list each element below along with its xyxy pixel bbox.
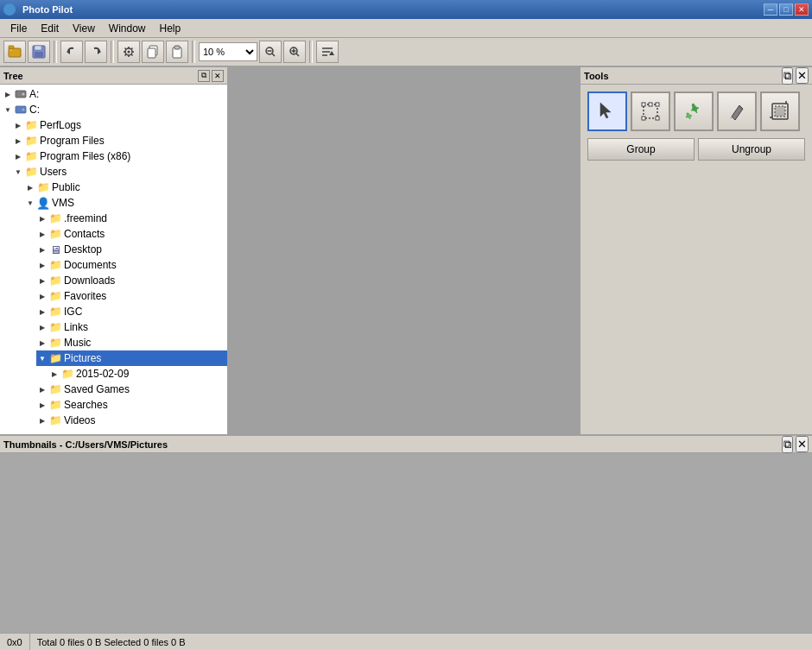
zoom-select[interactable]: 10 % 25 % 50 % 100 %	[199, 42, 257, 61]
tree-item-2015-02-09[interactable]: 📁 2015-02-09	[48, 366, 227, 382]
menu-file[interactable]: File	[3, 21, 34, 36]
folder-icon-contacts: 📁	[48, 227, 62, 241]
close-button[interactable]: ✕	[795, 3, 809, 16]
menu-edit[interactable]: Edit	[34, 21, 66, 36]
svg-rect-32	[656, 103, 659, 106]
thumbnails-panel-header: Thumbnails - C:/Users/VMS/Pictures ⧉ ✕	[0, 436, 812, 453]
tree-arrow-videos	[36, 413, 48, 428]
toolbar-paste-button[interactable]	[166, 41, 188, 63]
tool-crop-button[interactable]	[760, 92, 800, 131]
tool-draw-button[interactable]	[717, 92, 757, 131]
tools-row-1	[587, 92, 805, 131]
tree-label-programfiles: Program Files	[40, 135, 105, 147]
folder-icon-vms: 👤	[36, 196, 50, 210]
folder-icon-freemind: 📁	[48, 211, 62, 225]
tree-item-favorites[interactable]: 📁 Favorites	[36, 288, 227, 304]
toolbar-undo-button[interactable]	[60, 41, 83, 63]
folder-icon-desktop: 🖥	[48, 243, 62, 256]
toolbar-copy-button[interactable]	[142, 41, 164, 63]
tree-item-a-drive[interactable]: A:	[0, 86, 227, 102]
tree-panel-restore-button[interactable]: ⧉	[198, 70, 210, 82]
tools-body: Group Ungroup	[580, 85, 812, 434]
toolbar-open-button[interactable]	[3, 41, 26, 63]
tree-label-music: Music	[64, 337, 91, 349]
tools-panel-restore-button[interactable]: ⧉	[782, 67, 793, 85]
tree-item-users[interactable]: 📁 Users	[12, 164, 227, 180]
menu-window[interactable]: Window	[102, 21, 153, 36]
toolbar-separator-1	[54, 41, 57, 63]
sort-button[interactable]	[316, 41, 339, 63]
folder-icon-programfiles-x86: 📁	[24, 149, 38, 163]
tree-item-searches[interactable]: 📁 Searches	[36, 397, 227, 413]
thumbnails-close-button[interactable]: ✕	[796, 436, 809, 452]
svg-point-9	[128, 51, 130, 54]
thumbnails-panel-title: Thumbnails - C:/Users/VMS/Pictures	[3, 439, 168, 450]
folder-icon-public: 📁	[36, 180, 50, 194]
folder-icon-downloads: 📁	[48, 274, 62, 287]
tree-item-perflogs[interactable]: 📁 PerfLogs	[12, 117, 227, 133]
zoom-in-button[interactable]	[283, 41, 306, 63]
tree-arrow-downloads	[36, 273, 48, 288]
tree-item-c-drive[interactable]: C:	[0, 102, 227, 117]
tool-select-button[interactable]	[587, 92, 627, 131]
tree-item-music[interactable]: 📁 Music	[36, 335, 227, 350]
menu-view[interactable]: View	[66, 21, 102, 36]
zoom-out-button[interactable]	[259, 41, 282, 63]
toolbar-redo-button[interactable]	[85, 41, 107, 63]
tree-item-freemind[interactable]: 📁 .freemind	[36, 211, 227, 226]
tools-panel-close-button[interactable]: ✕	[796, 67, 809, 84]
tree-item-contacts[interactable]: 📁 Contacts	[36, 226, 227, 242]
toolbar-separator-4	[309, 41, 313, 63]
tree-item-saved-games[interactable]: 📁 Saved Games	[36, 382, 227, 397]
tree-item-videos[interactable]: 📁 Videos	[36, 413, 227, 428]
window-controls: ─ □ ✕	[764, 3, 809, 16]
tree-label-searches: Searches	[64, 399, 108, 411]
status-info: Total 0 files 0 B Selected 0 files 0 B	[30, 634, 193, 650]
tree-item-documents[interactable]: 📁 Documents	[36, 257, 227, 273]
menu-help[interactable]: Help	[153, 21, 188, 36]
tree-item-links[interactable]: 📁 Links	[36, 319, 227, 335]
app-icon	[3, 3, 16, 16]
tree-arrow-vms	[24, 195, 36, 211]
toolbar-settings-button[interactable]	[117, 41, 140, 63]
svg-rect-4	[35, 46, 41, 50]
svg-rect-5	[35, 52, 43, 57]
tools-panel-controls: ⧉ ✕	[782, 67, 809, 85]
tree-label-vms: VMS	[52, 197, 74, 209]
tree-item-vms[interactable]: 👤 VMS	[24, 195, 227, 211]
tree-item-program-files[interactable]: 📁 Program Files	[12, 133, 227, 148]
folder-icon-perflogs: 📁	[24, 118, 38, 132]
minimize-button[interactable]: ─	[764, 3, 777, 16]
tool-adjust-button[interactable]	[674, 92, 714, 131]
tree-body[interactable]: A: C: 📁 PerfLogs 📁 Program Files	[0, 85, 227, 434]
toolbar: 10 % 25 % 50 % 100 %	[0, 38, 812, 67]
group-button[interactable]: Group	[587, 138, 695, 161]
tree-item-igc[interactable]: 📁 IGC	[36, 304, 227, 319]
tree-panel-close-button[interactable]: ✕	[212, 70, 224, 82]
tree-arrow-music	[36, 335, 48, 350]
maximize-button[interactable]: □	[779, 3, 793, 16]
tools-row-2: Group Ungroup	[587, 138, 805, 161]
tool-transform-button[interactable]	[631, 92, 670, 131]
tree-label-videos: Videos	[64, 414, 95, 426]
title-bar: Photo Pilot ─ □ ✕	[0, 0, 812, 19]
tree-label-downloads: Downloads	[64, 275, 115, 287]
toolbar-separator-2	[111, 41, 114, 63]
tree-arrow-contacts	[36, 226, 48, 242]
ungroup-button[interactable]: Ungroup	[698, 138, 805, 161]
thumbnails-body	[0, 453, 812, 633]
coordinates-text: 0x0	[7, 637, 22, 647]
thumbnails-restore-button[interactable]: ⧉	[782, 436, 793, 453]
tree-item-pictures[interactable]: 📁 Pictures	[36, 350, 227, 366]
tree-item-desktop[interactable]: 🖥 Desktop	[36, 242, 227, 257]
toolbar-save-button[interactable]	[28, 41, 50, 63]
tree-item-public[interactable]: 📁 Public	[24, 180, 227, 195]
tree-arrow-favorites	[36, 288, 48, 304]
tree-label-a: A:	[29, 88, 39, 100]
tree-item-downloads[interactable]: 📁 Downloads	[36, 273, 227, 288]
folder-icon-saved-games: 📁	[48, 382, 62, 396]
tree-item-program-files-x86[interactable]: 📁 Program Files (x86)	[12, 148, 227, 164]
tools-panel-header: Tools ⧉ ✕	[580, 67, 812, 85]
tree-label-users: Users	[40, 166, 67, 178]
tree-label-c: C:	[29, 104, 40, 116]
